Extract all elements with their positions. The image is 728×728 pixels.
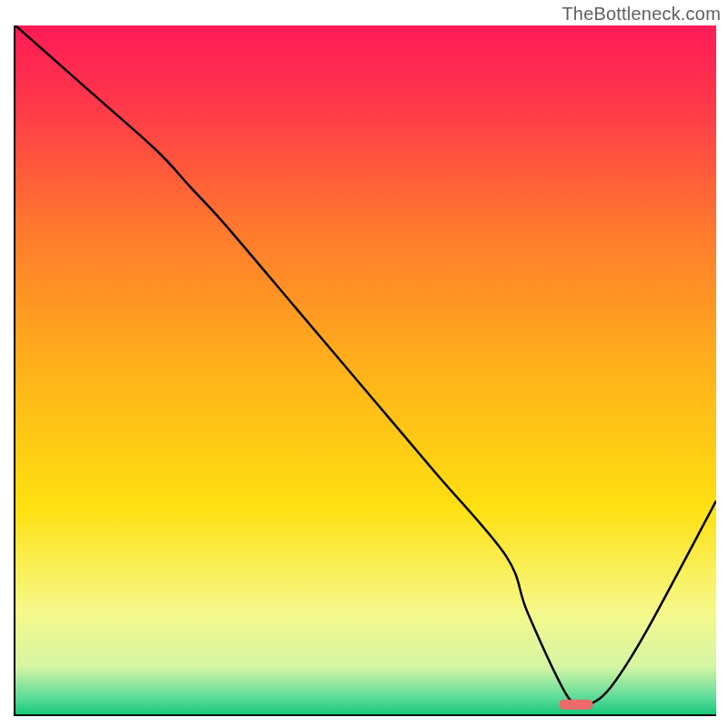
chart-plot-area <box>14 25 716 716</box>
watermark-text: TheBottleneck.com <box>561 4 721 25</box>
optimal-marker <box>560 700 593 710</box>
chart-background <box>15 25 716 714</box>
chart-svg <box>15 25 716 714</box>
